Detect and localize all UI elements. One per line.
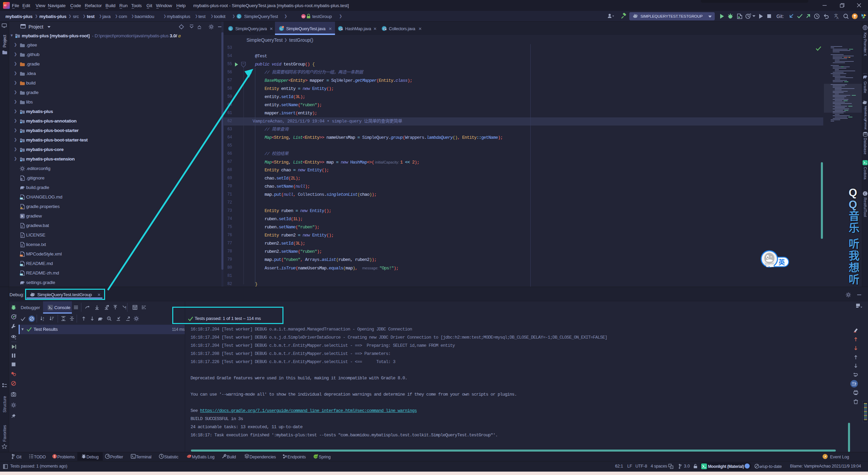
svg-text:C: C [230,27,232,31]
svg-text:I: I [125,307,126,310]
svg-text:a: a [43,317,44,319]
svg-text:z: z [43,319,44,321]
svg-text:m: m [302,15,305,18]
svg-text:英: 英 [778,259,785,266]
svg-text:C: C [238,15,240,18]
svg-text:A: A [836,16,839,20]
svg-text:<>: <> [20,254,22,256]
svg-text:MD: MD [20,273,23,276]
svg-text:MD: MD [20,264,23,266]
svg-text:MD: MD [20,197,23,200]
